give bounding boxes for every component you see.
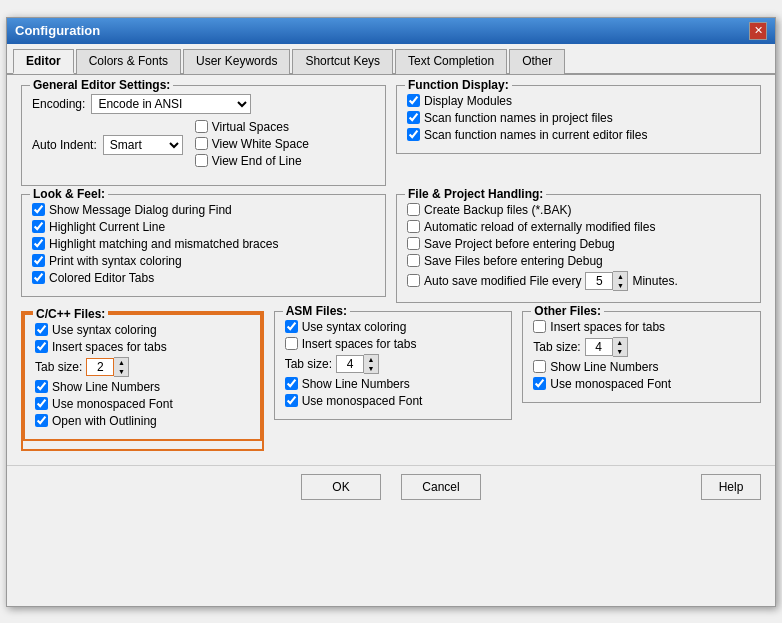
general-editor-title: General Editor Settings: (30, 78, 173, 92)
virtual-spaces-row: Virtual Spaces (195, 120, 309, 134)
cpp-insert-spaces-row: Insert spaces for tabs (35, 340, 250, 354)
file-project-section: File & Project Handling: Create Backup f… (396, 194, 761, 311)
other-files-box: Other Files: Insert spaces for tabs Tab … (522, 311, 761, 403)
cpp-tab-size-spinner[interactable]: ▲ ▼ (86, 357, 129, 377)
cpp-tab-up-button[interactable]: ▲ (114, 358, 128, 367)
help-btn-area: Help (481, 474, 761, 500)
other-tab-up-button[interactable]: ▲ (613, 338, 627, 347)
tab-user-keywords[interactable]: User Keywords (183, 49, 290, 74)
display-modules-label: Display Modules (424, 94, 512, 108)
encoding-select[interactable]: Encode in ANSI Encode in UTF-8 Encode in… (91, 94, 251, 114)
scan-editor-label: Scan function names in current editor fi… (424, 128, 647, 142)
auto-indent-row: Auto Indent: Smart None Block Virtual Sp… (32, 120, 375, 171)
encoding-label: Encoding: (32, 97, 85, 111)
other-use-monospaced-checkbox[interactable] (533, 377, 546, 390)
save-files-debug-checkbox[interactable] (407, 254, 420, 267)
tab-editor[interactable]: Editor (13, 49, 74, 74)
ok-button[interactable]: OK (301, 474, 381, 500)
show-message-label: Show Message Dialog during Find (49, 203, 232, 217)
auto-save-spinner[interactable]: ▲ ▼ (585, 271, 628, 291)
other-insert-spaces-label: Insert spaces for tabs (550, 320, 665, 334)
other-insert-spaces-checkbox[interactable] (533, 320, 546, 333)
other-files-title: Other Files: (531, 304, 604, 318)
save-project-debug-checkbox[interactable] (407, 237, 420, 250)
asm-tab-down-button[interactable]: ▼ (364, 364, 378, 373)
middle-row: Look & Feel: Show Message Dialog during … (21, 194, 761, 311)
tab-text-completion[interactable]: Text Completion (395, 49, 507, 74)
asm-use-monospaced-checkbox[interactable] (285, 394, 298, 407)
cpp-use-monospaced-label: Use monospaced Font (52, 397, 173, 411)
auto-reload-checkbox[interactable] (407, 220, 420, 233)
print-syntax-checkbox[interactable] (32, 254, 45, 267)
other-insert-spaces-row: Insert spaces for tabs (533, 320, 750, 334)
help-button[interactable]: Help (701, 474, 761, 500)
cpp-files-box: C/C++ Files: Use syntax coloring Insert … (23, 313, 262, 441)
other-tab-size-spinner[interactable]: ▲ ▼ (585, 337, 628, 357)
checkboxes-col: Virtual Spaces View White Space View End… (195, 120, 309, 171)
close-button[interactable]: ✕ (749, 22, 767, 40)
bottom-row: C/C++ Files: Use syntax coloring Insert … (21, 311, 761, 451)
view-end-of-line-checkbox[interactable] (195, 154, 208, 167)
virtual-spaces-checkbox[interactable] (195, 120, 208, 133)
tab-colors-fonts[interactable]: Colors & Fonts (76, 49, 181, 74)
highlight-current-label: Highlight Current Line (49, 220, 165, 234)
cancel-button[interactable]: Cancel (401, 474, 481, 500)
other-show-line-numbers-label: Show Line Numbers (550, 360, 658, 374)
cpp-insert-spaces-checkbox[interactable] (35, 340, 48, 353)
top-row: General Editor Settings: Encoding: Encod… (21, 85, 761, 194)
asm-tab-size-row: Tab size: ▲ ▼ (285, 354, 502, 374)
function-display-section: Function Display: Display Modules Scan f… (396, 85, 761, 194)
auto-indent-select[interactable]: Smart None Block (103, 135, 183, 155)
cpp-open-outlining-row: Open with Outlining (35, 414, 250, 428)
auto-indent-label: Auto Indent: (32, 138, 97, 152)
asm-tab-size-input[interactable] (336, 355, 364, 373)
asm-files-section: ASM Files: Use syntax coloring Insert sp… (274, 311, 513, 451)
look-feel-title: Look & Feel: (30, 187, 108, 201)
cpp-use-monospaced-row: Use monospaced Font (35, 397, 250, 411)
general-editor-section: General Editor Settings: Encoding: Encod… (21, 85, 386, 194)
auto-save-spinner-buttons: ▲ ▼ (613, 271, 628, 291)
auto-save-input[interactable] (585, 272, 613, 290)
view-white-space-checkbox[interactable] (195, 137, 208, 150)
asm-insert-spaces-checkbox[interactable] (285, 337, 298, 350)
asm-use-syntax-checkbox[interactable] (285, 320, 298, 333)
asm-show-line-numbers-label: Show Line Numbers (302, 377, 410, 391)
scan-project-checkbox[interactable] (407, 111, 420, 124)
encoding-row: Encoding: Encode in ANSI Encode in UTF-8… (32, 94, 375, 114)
other-tab-size-input[interactable] (585, 338, 613, 356)
cpp-tab-size-input[interactable] (86, 358, 114, 376)
save-project-debug-row: Save Project before entering Debug (407, 237, 750, 251)
other-files-section: Other Files: Insert spaces for tabs Tab … (522, 311, 761, 451)
cpp-use-syntax-checkbox[interactable] (35, 323, 48, 336)
other-show-line-numbers-checkbox[interactable] (533, 360, 546, 373)
show-message-checkbox[interactable] (32, 203, 45, 216)
asm-insert-spaces-row: Insert spaces for tabs (285, 337, 502, 351)
cpp-use-syntax-row: Use syntax coloring (35, 323, 250, 337)
highlight-braces-row: Highlight matching and mismatched braces (32, 237, 375, 251)
auto-save-checkbox[interactable] (407, 274, 420, 287)
auto-save-up-button[interactable]: ▲ (613, 272, 627, 281)
cpp-show-line-numbers-checkbox[interactable] (35, 380, 48, 393)
cpp-files-section: C/C++ Files: Use syntax coloring Insert … (21, 311, 264, 451)
colored-tabs-checkbox[interactable] (32, 271, 45, 284)
asm-show-line-numbers-checkbox[interactable] (285, 377, 298, 390)
tab-shortcut-keys[interactable]: Shortcut Keys (292, 49, 393, 74)
tab-other[interactable]: Other (509, 49, 565, 74)
cpp-open-outlining-checkbox[interactable] (35, 414, 48, 427)
other-use-monospaced-label: Use monospaced Font (550, 377, 671, 391)
function-display-box: Function Display: Display Modules Scan f… (396, 85, 761, 154)
cpp-tab-down-button[interactable]: ▼ (114, 367, 128, 376)
scan-editor-checkbox[interactable] (407, 128, 420, 141)
display-modules-checkbox[interactable] (407, 94, 420, 107)
asm-tab-size-spinner[interactable]: ▲ ▼ (336, 354, 379, 374)
cpp-use-monospaced-checkbox[interactable] (35, 397, 48, 410)
auto-save-down-button[interactable]: ▼ (613, 281, 627, 290)
create-backup-checkbox[interactable] (407, 203, 420, 216)
asm-use-monospaced-row: Use monospaced Font (285, 394, 502, 408)
highlight-braces-checkbox[interactable] (32, 237, 45, 250)
highlight-current-checkbox[interactable] (32, 220, 45, 233)
asm-tab-up-button[interactable]: ▲ (364, 355, 378, 364)
asm-use-syntax-row: Use syntax coloring (285, 320, 502, 334)
other-tab-down-button[interactable]: ▼ (613, 347, 627, 356)
auto-reload-label: Automatic reload of externally modified … (424, 220, 655, 234)
